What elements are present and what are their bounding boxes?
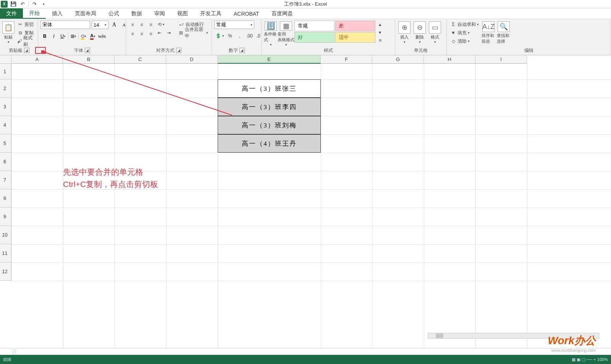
row-header-9[interactable]: 9 [0,208,11,226]
styles-scroll-up[interactable]: ▴ [378,21,385,28]
decrease-indent-button[interactable]: ⇤ [157,29,164,37]
group-styles-label: 样式 [264,47,393,53]
align-bottom-button[interactable]: ≡ [147,21,155,29]
fill-color-button[interactable]: ◇▾ [79,32,88,40]
phonetic-button[interactable]: wén [98,32,106,40]
paste-button[interactable]: 📋 粘贴 ▾ [2,21,15,44]
cell-e5[interactable]: 高一（4）班王丹 [218,134,321,153]
font-size-combo[interactable]: 14▾ [92,21,108,29]
row-header-5[interactable]: 5 [0,134,11,153]
align-top-button[interactable]: ≡ [128,21,137,29]
orientation-button[interactable]: ⟲▾ [157,21,173,28]
font-name-combo[interactable]: 宋体 [40,21,90,29]
col-header-e[interactable]: E [218,55,321,64]
save-button[interactable]: 💾 [10,1,17,8]
clear-button[interactable]: ◇清除▾ [449,37,480,45]
style-neutral[interactable]: 适中 [335,32,375,43]
tab-file[interactable]: 文件 [0,8,23,19]
row-header-2[interactable]: 2 [0,79,11,98]
col-header-b[interactable]: B [63,55,115,64]
currency-button[interactable]: 💲▾ [214,32,225,40]
increase-font-button[interactable]: A [110,21,118,29]
row-header-3[interactable]: 3 [0,98,11,116]
row-header-10[interactable]: 10 [0,226,11,244]
style-bad[interactable]: 差 [335,21,375,31]
row-header-7[interactable]: 7 [0,171,11,189]
merge-center-button[interactable]: ⊞合并后居中▾ [177,29,209,37]
scroll-thumb[interactable] [436,333,443,338]
align-middle-button[interactable]: ≡ [137,21,146,29]
tab-insert[interactable]: 插入 [46,8,69,19]
italic-button[interactable]: I [50,32,58,40]
number-launcher[interactable]: ◢ [239,48,245,53]
increase-indent-button[interactable]: ⇥ [166,29,173,37]
tab-formulas[interactable]: 公式 [102,8,125,19]
tab-acrobat[interactable]: ACROBAT [228,8,265,19]
undo-button[interactable]: ↶ [19,1,26,8]
col-header-a[interactable]: A [11,55,63,64]
number-format-combo[interactable]: 常规▾ [214,21,254,29]
row-header-1[interactable]: 1 [0,64,11,79]
redo-button[interactable]: ↷ [31,1,38,8]
tab-developer[interactable]: 开发工具 [194,8,228,19]
row-header-4[interactable]: 4 [0,116,11,134]
cell-e4[interactable]: 高一（3）班刘梅 [218,116,321,134]
tab-page-layout[interactable]: 页面布局 [69,8,102,19]
autosum-button[interactable]: Σ自动求和▾ [449,21,480,28]
align-right-button[interactable]: ≡ [147,30,155,38]
align-center-button[interactable]: ≡ [137,30,146,38]
font-launcher[interactable]: ◢ [85,48,90,53]
sheet-tab-icon[interactable]: 📄 [11,349,17,354]
col-header-f[interactable]: F [321,55,372,64]
tab-home[interactable]: 开始 [23,8,46,19]
clipboard-launcher[interactable]: ◢ [24,48,29,53]
bold-button[interactable]: B [40,32,49,40]
styles-scroll-down[interactable]: ▾ [378,29,385,36]
cell-e3[interactable]: 高一（3）班李四 [218,98,321,116]
fill-button[interactable]: ▼填充▾ [449,29,480,37]
col-header-g[interactable]: G [372,55,424,64]
row-header-12[interactable]: 12 [0,263,11,281]
conditional-format-button[interactable]: 🔢 条件格式▾ [264,21,278,44]
increase-decimal-button[interactable]: .00 [245,32,254,40]
tab-baidu[interactable]: 百度网盘 [265,8,299,19]
row-header-6[interactable]: 6 [0,153,11,171]
tab-view[interactable]: 视图 [171,8,194,19]
cut-button[interactable]: ✂剪切 [16,21,36,28]
group-clipboard: 📋 粘贴 ▾ ✂剪切 ⧉复制 🖌格式刷 剪贴板 ◢ [0,19,38,55]
percent-button[interactable]: % [227,32,234,40]
spreadsheet[interactable]: ABCDEFGHI 123456789101112 高一（3）班张三 高一（3）… [0,55,611,348]
select-all-button[interactable] [0,55,11,64]
col-header-c[interactable]: C [115,55,166,64]
styles-more[interactable]: ≡ [378,37,385,44]
font-color-button[interactable]: A▾ [89,32,97,40]
format-as-table-button[interactable]: ▦ 套用 表格格式▾ [279,21,293,44]
sheet-tabs[interactable]: 📄 [0,348,611,355]
style-good[interactable]: 好 [294,32,335,43]
qat-customize[interactable]: ▾ [40,1,47,8]
row-header-8[interactable]: 8 [0,189,11,208]
format-painter-button[interactable]: 🖌格式刷 [16,37,36,45]
find-select-button[interactable]: 🔍查找和选择 [497,21,511,44]
tab-review[interactable]: 审阅 [148,8,171,19]
format-cells-button[interactable]: ▭格式▾ [428,21,442,44]
find-icon: 🔍 [498,21,510,32]
alignment-launcher[interactable]: ◢ [176,48,181,53]
underline-button[interactable]: U▾ [59,32,67,40]
row-header-11[interactable]: 11 [0,244,11,263]
align-left-button[interactable]: ≡ [128,30,137,38]
border-button[interactable]: ⊞▾ [69,32,78,40]
col-header-d[interactable]: D [166,55,218,64]
sort-filter-button[interactable]: A↓Z排序和筛选 [482,21,495,44]
col-header-h[interactable]: H [424,55,475,64]
comma-button[interactable]: ， [236,32,244,40]
align-grid: ≡ ≡ ≡ ≡ ≡ ≡ [128,21,155,38]
cell-e2[interactable]: 高一（3）班张三 [218,79,321,98]
cell-styles-gallery[interactable]: 常规 差 好 适中 [294,21,375,43]
insert-cells-button[interactable]: ⊕插入▾ [398,21,411,44]
style-normal[interactable]: 常规 [294,21,335,31]
group-number: 常规▾ 💲▾ % ， .00 .0 数字 ◢ [212,19,262,55]
delete-cells-button[interactable]: ⊖删除▾ [413,21,427,44]
col-header-i[interactable]: I [475,55,527,64]
tab-data[interactable]: 数据 [125,8,148,19]
